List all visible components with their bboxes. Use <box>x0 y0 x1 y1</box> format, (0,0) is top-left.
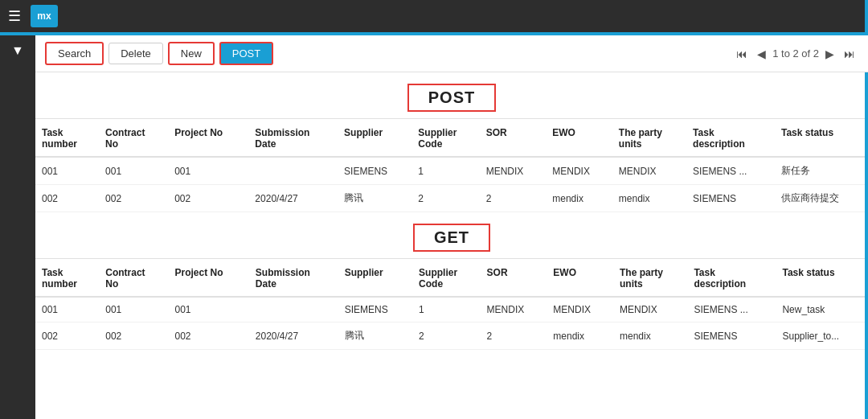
get-table: Tasknumber ContractNo Project No Submiss… <box>35 258 868 350</box>
top-nav: ☰ mx <box>0 0 868 32</box>
cell-supplier: 腾讯 <box>338 322 412 350</box>
col-ewo-post: EWO <box>546 119 612 158</box>
cell-submission_date <box>249 297 338 322</box>
col-sor-post: SOR <box>480 119 547 158</box>
col-task-desc-get: Taskdescription <box>687 259 776 298</box>
get-table-header-row: Tasknumber ContractNo Project No Submiss… <box>35 259 868 298</box>
col-supplier-code-get: SupplierCode <box>412 259 480 298</box>
col-task-desc-post: Taskdescription <box>686 119 775 158</box>
cell-task_number: 001 <box>35 157 99 185</box>
get-table-container: Tasknumber ContractNo Project No Submiss… <box>35 258 868 350</box>
get-section-label: GET <box>413 224 490 252</box>
cell-task_status: New_task <box>776 297 868 322</box>
cell-contract_no: 002 <box>99 185 168 212</box>
cell-sor: 2 <box>481 322 547 350</box>
cell-project_no: 001 <box>168 297 248 322</box>
col-contract-no-post: ContractNo <box>99 119 168 158</box>
logo-box: mx <box>31 5 58 27</box>
cell-ewo: mendix <box>547 322 613 350</box>
cell-contract_no: 001 <box>99 157 168 185</box>
cell-sor: MENDIX <box>480 157 547 185</box>
cell-task_number: 001 <box>35 297 99 322</box>
col-project-no-get: Project No <box>168 259 248 298</box>
cell-sor: 2 <box>480 185 547 212</box>
col-ewo-get: EWO <box>547 259 613 298</box>
col-supplier-get: Supplier <box>338 259 412 298</box>
cell-party_units: mendix <box>612 185 686 212</box>
content-area: Search Delete New POST ⏮ ◀ 1 to 2 of 2 ▶… <box>35 35 868 419</box>
post-table: Tasknumber ContractNo Project No Submiss… <box>35 118 868 212</box>
col-submission-date-post: SubmissionDate <box>248 119 338 158</box>
right-accent-bar <box>865 35 868 419</box>
col-supplier-code-post: SupplierCode <box>411 119 479 158</box>
cell-ewo: MENDIX <box>547 297 613 322</box>
cell-supplier: SIEMENS <box>338 157 411 185</box>
col-task-status-post: Task status <box>775 119 868 158</box>
logo-text: mx <box>37 10 51 22</box>
col-supplier-post: Supplier <box>338 119 411 158</box>
cell-supplier_code: 1 <box>411 157 479 185</box>
delete-button[interactable]: Delete <box>108 43 163 64</box>
next-page-button[interactable]: ▶ <box>822 46 837 62</box>
cell-ewo: MENDIX <box>546 157 612 185</box>
cell-party_units: MENDIX <box>612 157 686 185</box>
col-party-units-get: The partyunits <box>613 259 687 298</box>
cell-supplier: SIEMENS <box>338 297 412 322</box>
last-page-button[interactable]: ⏭ <box>841 46 858 62</box>
cell-submission_date: 2020/4/27 <box>248 185 338 212</box>
table-row[interactable]: 0020020022020/4/27腾讯22mendixmendixSIEMEN… <box>35 322 868 350</box>
sidebar: ▼ <box>0 35 35 419</box>
post-button[interactable]: POST <box>219 42 273 65</box>
table-row[interactable]: 0020020022020/4/27腾讯22mendixmendixSIEMEN… <box>35 185 868 212</box>
cell-task_number: 002 <box>35 185 99 212</box>
cell-supplier_code: 2 <box>411 185 479 212</box>
col-sor-get: SOR <box>481 259 547 298</box>
col-submission-date-get: SubmissionDate <box>249 259 338 298</box>
cell-task_description: SIEMENS <box>687 322 776 350</box>
filter-icon[interactable]: ▼ <box>11 43 24 58</box>
cell-task_description: SIEMENS ... <box>686 157 775 185</box>
col-contract-no-get: ContractNo <box>99 259 168 298</box>
pagination: ⏮ ◀ 1 to 2 of 2 ▶ ⏭ <box>733 46 858 62</box>
cell-task_description: SIEMENS ... <box>687 297 776 322</box>
post-table-container: Tasknumber ContractNo Project No Submiss… <box>35 118 868 212</box>
cell-supplier_code: 2 <box>412 322 480 350</box>
cell-supplier_code: 1 <box>412 297 480 322</box>
col-project-no-post: Project No <box>168 119 248 158</box>
pagination-text: 1 to 2 of 2 <box>772 47 819 60</box>
first-page-button[interactable]: ⏮ <box>733 46 751 62</box>
cell-contract_no: 002 <box>99 322 168 350</box>
cell-task_status: Supplier_to... <box>776 322 868 350</box>
cell-ewo: mendix <box>546 185 612 212</box>
col-party-units-post: The partyunits <box>612 119 686 158</box>
cell-project_no: 002 <box>168 322 248 350</box>
col-task-number-post: Tasknumber <box>35 119 99 158</box>
cell-supplier: 腾讯 <box>338 185 411 212</box>
table-row[interactable]: 001001001SIEMENS1MENDIXMENDIXMENDIXSIEME… <box>35 297 868 322</box>
cell-submission_date: 2020/4/27 <box>249 322 338 350</box>
cell-task_description: SIEMENS <box>686 185 775 212</box>
cell-contract_no: 001 <box>99 297 168 322</box>
post-section-label: POST <box>407 84 496 112</box>
hamburger-icon[interactable]: ☰ <box>8 7 21 25</box>
cell-task_status: 新任务 <box>775 157 868 185</box>
cell-task_number: 002 <box>35 322 99 350</box>
col-task-status-get: Task status <box>776 259 868 298</box>
cell-party_units: mendix <box>613 322 687 350</box>
get-section-header: GET <box>35 212 868 258</box>
cell-submission_date <box>248 157 338 185</box>
cell-project_no: 001 <box>168 157 248 185</box>
cell-project_no: 002 <box>168 185 248 212</box>
cell-task_status: 供应商待提交 <box>775 185 868 212</box>
prev-page-button[interactable]: ◀ <box>754 46 769 62</box>
cell-sor: MENDIX <box>481 297 547 322</box>
post-section-header: POST <box>35 72 868 118</box>
cell-party_units: MENDIX <box>613 297 687 322</box>
col-task-number-get: Tasknumber <box>35 259 99 298</box>
search-button[interactable]: Search <box>45 42 104 65</box>
post-table-header-row: Tasknumber ContractNo Project No Submiss… <box>35 119 868 158</box>
toolbar: Search Delete New POST ⏮ ◀ 1 to 2 of 2 ▶… <box>35 35 868 72</box>
main-layout: ▼ Search Delete New POST ⏮ ◀ 1 to 2 of 2… <box>0 35 868 419</box>
table-row[interactable]: 001001001SIEMENS1MENDIXMENDIXMENDIXSIEME… <box>35 157 868 185</box>
new-button[interactable]: New <box>168 42 215 65</box>
